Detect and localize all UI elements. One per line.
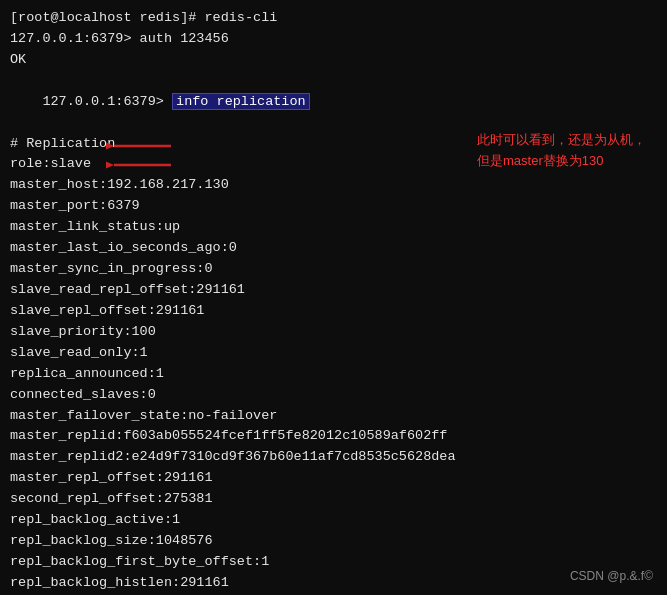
watermark: CSDN @p.&.f© [570, 569, 653, 583]
annotation-line2: 但是master替换为130 [477, 153, 603, 168]
terminal-line-3: OK [10, 50, 657, 71]
slave-arrow-svg [106, 136, 171, 156]
annotation-line1: 此时可以看到，还是为从机， [477, 132, 646, 147]
terminal-line-1: [root@localhost redis]# redis-cli [10, 8, 657, 29]
terminal-line-26: repl_backlog_histlen:291161 [10, 573, 657, 594]
terminal-line-2: 127.0.0.1:6379> auth 123456 [10, 29, 657, 50]
terminal-line-16: replica_announced:1 [10, 364, 657, 385]
command-highlight: info replication [172, 93, 310, 110]
terminal-line-23: repl_backlog_active:1 [10, 510, 657, 531]
arrow-slave [106, 136, 171, 156]
terminal-line-21: master_repl_offset:291161 [10, 468, 657, 489]
terminal-line-9: master_link_status:up [10, 217, 657, 238]
terminal-line-13: slave_repl_offset:291161 [10, 301, 657, 322]
prompt-4: 127.0.0.1:6379> [42, 94, 172, 109]
terminal-line-24: repl_backlog_size:1048576 [10, 531, 657, 552]
terminal-line-17: connected_slaves:0 [10, 385, 657, 406]
terminal-line-25: repl_backlog_first_byte_offset:1 [10, 552, 657, 573]
terminal-line-14: slave_priority:100 [10, 322, 657, 343]
terminal-line-22: second_repl_offset:275381 [10, 489, 657, 510]
terminal-line-20: master_replid2:e24d9f7310cd9f367b60e11af… [10, 447, 657, 468]
terminal-line-12: slave_read_repl_offset:291161 [10, 280, 657, 301]
terminal-line-15: slave_read_only:1 [10, 343, 657, 364]
terminal-window: [root@localhost redis]# redis-cli 127.0.… [0, 0, 667, 595]
terminal-line-11: master_sync_in_progress:0 [10, 259, 657, 280]
terminal-line-10: master_last_io_seconds_ago:0 [10, 238, 657, 259]
arrow-master-host [106, 155, 171, 175]
terminal-line-18: master_failover_state:no-failover [10, 406, 657, 427]
master-host-arrow-svg [106, 155, 171, 175]
annotation: 此时可以看到，还是为从机， 但是master替换为130 [477, 130, 657, 172]
terminal-line-7: master_host:192.168.217.130 [10, 175, 657, 196]
terminal-line-19: master_replid:f603ab055524fcef1ff5fe8201… [10, 426, 657, 447]
terminal-line-8: master_port:6379 [10, 196, 657, 217]
terminal-line-4: 127.0.0.1:6379> info replication [10, 71, 657, 134]
